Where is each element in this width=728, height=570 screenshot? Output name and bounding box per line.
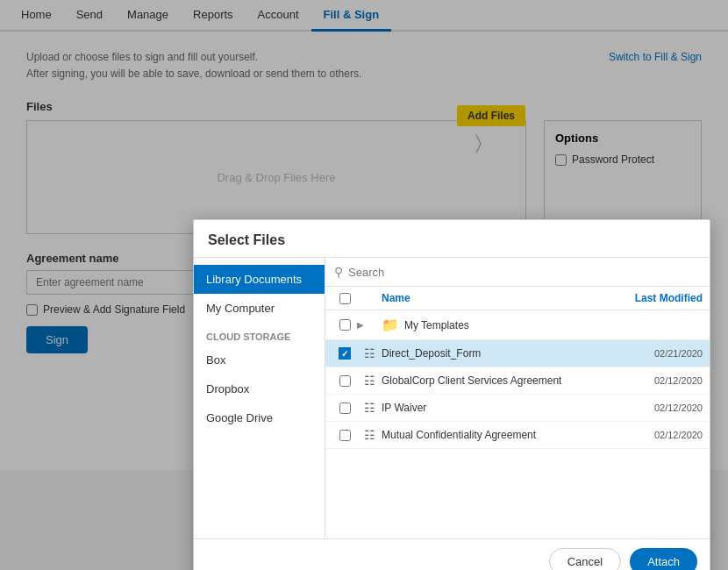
file-name-3: Mutual Confidentiality Agreement xyxy=(382,429,624,441)
file-checkbox-cell-0: ✓ xyxy=(332,347,357,360)
file-icon-1: ☷ xyxy=(357,374,382,388)
folder-icon: 📁 xyxy=(382,317,399,333)
sidebar-item-my-computer[interactable]: My Computer xyxy=(194,294,325,323)
file-checkbox-1[interactable] xyxy=(339,375,351,387)
search-input[interactable] xyxy=(348,266,701,279)
file-row-0[interactable]: ✓ ☷ Direct_Deposit_Form 02/21/2020 xyxy=(325,340,710,367)
file-checkbox-cell-2 xyxy=(332,403,357,414)
file-date-0: 02/21/2020 xyxy=(624,348,703,359)
modal-header: Select Files xyxy=(194,220,710,258)
modal-title: Select Files xyxy=(208,232,696,248)
file-date-3: 02/12/2020 xyxy=(624,430,703,440)
expand-arrow-icon[interactable]: ▶ xyxy=(357,320,380,330)
folder-checkbox-cell xyxy=(332,319,357,331)
file-icon-2: ☷ xyxy=(357,401,382,415)
cancel-button[interactable]: Cancel xyxy=(549,548,621,570)
checked-icon-0: ✓ xyxy=(339,347,351,360)
file-checkbox-2[interactable] xyxy=(339,403,351,414)
modal-file-content: ⚲ Name Last Modified xyxy=(325,258,710,538)
modal-body: Library Documents My Computer Cloud Stor… xyxy=(194,258,710,538)
file-icon-0: ☷ xyxy=(357,346,382,360)
file-name-1: GlobalCorp Client Services Agreement xyxy=(382,374,624,387)
select-files-modal: Select Files Library Documents My Comput… xyxy=(193,219,710,570)
file-date-2: 02/12/2020 xyxy=(624,403,703,413)
file-icon-3: ☷ xyxy=(357,428,382,442)
file-date-1: 02/12/2020 xyxy=(624,375,703,386)
sidebar-item-box[interactable]: Box xyxy=(194,346,325,374)
file-row-2[interactable]: ☷ IP Waiver 02/12/2020 xyxy=(325,395,710,422)
select-all-checkbox[interactable] xyxy=(339,293,351,304)
cloud-storage-label: Cloud Storage xyxy=(194,323,325,346)
sidebar-item-google-drive[interactable]: Google Drive xyxy=(194,403,325,432)
search-icon: ⚲ xyxy=(334,265,343,279)
file-table-header: Name Last Modified xyxy=(325,287,710,310)
col-modified-header: Last Modified xyxy=(624,292,703,304)
header-checkbox-cell xyxy=(332,293,357,304)
sidebar-item-dropbox[interactable]: Dropbox xyxy=(194,374,325,403)
file-row-1[interactable]: ☷ GlobalCorp Client Services Agreement 0… xyxy=(325,367,710,395)
file-name-2: IP Waiver xyxy=(382,402,624,414)
modal-footer: Cancel Attach xyxy=(194,538,710,570)
file-row-3[interactable]: ☷ Mutual Confidentiality Agreement 02/12… xyxy=(325,422,710,449)
sidebar-item-library-documents[interactable]: Library Documents xyxy=(194,265,325,294)
folder-name: My Templates xyxy=(404,319,469,331)
file-checkbox-3[interactable] xyxy=(339,430,351,441)
file-table: Name Last Modified ▶ 📁 My Templates xyxy=(325,287,710,538)
file-checkbox-cell-3 xyxy=(332,430,357,441)
file-checkbox-cell-1 xyxy=(332,375,357,387)
modal-sidebar: Library Documents My Computer Cloud Stor… xyxy=(194,258,325,538)
search-bar: ⚲ xyxy=(325,258,710,287)
folder-checkbox[interactable] xyxy=(339,319,351,331)
attach-button[interactable]: Attach xyxy=(630,548,697,570)
file-name-0: Direct_Deposit_Form xyxy=(382,347,624,360)
folder-row[interactable]: ▶ 📁 My Templates xyxy=(325,310,710,340)
col-name-header: Name xyxy=(382,292,624,304)
